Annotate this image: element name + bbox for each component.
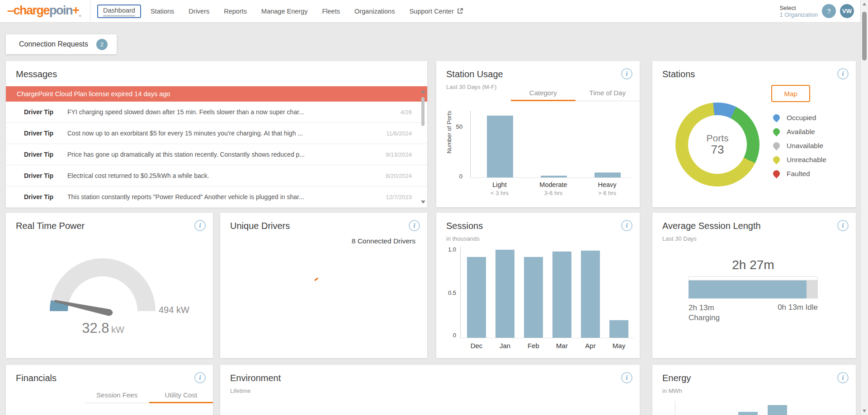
energy-subtitle: in MWh xyxy=(662,387,682,394)
station-usage-chart xyxy=(470,111,631,178)
nav-item-manage-energy[interactable]: Manage Energy xyxy=(254,8,315,15)
y-tick: 0 xyxy=(443,332,456,339)
status-pin-icon xyxy=(772,141,781,150)
info-icon[interactable] xyxy=(409,220,420,231)
tab-category[interactable]: Category xyxy=(511,89,576,101)
status-pin-icon xyxy=(772,169,781,178)
avatar[interactable]: VW xyxy=(840,4,854,18)
environment-card: Environment Lifetime xyxy=(220,365,640,415)
x-tick: Jan xyxy=(491,342,519,350)
stations-card: Stations Map Ports 73 OccupiedAvailableU… xyxy=(652,61,856,207)
info-icon[interactable] xyxy=(837,220,849,231)
energy-bar xyxy=(738,412,758,415)
nav-item-label: Stations xyxy=(151,8,174,15)
messages-scrollbar[interactable] xyxy=(420,88,425,205)
y-tick: 1.0 xyxy=(443,246,456,253)
x-tick: Mar xyxy=(548,342,576,350)
nav-item-reports[interactable]: Reports xyxy=(217,8,254,15)
scroll-down-icon[interactable] xyxy=(863,410,866,412)
message-row[interactable]: Driver TipFYI charging speed slowed down… xyxy=(6,102,427,123)
average-session-length-card: Average Session Length Last 30 Days 2h 2… xyxy=(652,213,856,358)
external-link-icon xyxy=(457,8,463,14)
x-tick: Apr xyxy=(577,342,604,350)
avg-session-bar xyxy=(689,280,818,298)
sessions-bar-feb xyxy=(524,257,543,338)
logo-dash: – xyxy=(7,4,14,17)
info-icon[interactable] xyxy=(621,220,632,231)
page-scrollbar-thumb[interactable] xyxy=(862,12,867,61)
chargepoint-logo[interactable]: –chargepoin+® xyxy=(0,0,90,22)
tab-connection-requests[interactable]: Connection Requests 2 xyxy=(6,34,117,54)
status-pin-icon xyxy=(772,127,781,136)
y-axis xyxy=(460,247,461,338)
scroll-down-icon[interactable] xyxy=(421,201,425,204)
gauge-value: 32.8 kW xyxy=(6,320,200,336)
message-text: Price has gone up dramatically at this s… xyxy=(67,151,374,158)
energy-title: Energy xyxy=(662,373,691,383)
nav-item-support-center[interactable]: Support Center xyxy=(402,8,470,15)
tab-time-of-day[interactable]: Time of Day xyxy=(576,89,640,101)
nav-right: Select 1 Organization ? VW xyxy=(779,4,860,18)
category-range: < 3 hrs xyxy=(472,190,527,196)
donut-center-value: 73 xyxy=(711,143,724,157)
help-button[interactable]: ? xyxy=(822,4,836,18)
financials-title: Financials xyxy=(16,373,57,383)
category-range: 3-6 hrs xyxy=(526,190,580,196)
map-button[interactable]: Map xyxy=(771,85,810,102)
logo-registered-mark: ® xyxy=(79,14,81,19)
category-name: Light xyxy=(472,181,527,188)
top-nav: –chargepoin+® DashboardStationsDriversRe… xyxy=(0,0,860,23)
nav-items: DashboardStationsDriversReportsManage En… xyxy=(95,5,470,18)
logo-charge: charge xyxy=(14,4,50,17)
category-name: Moderate xyxy=(526,181,580,188)
info-icon[interactable] xyxy=(837,372,849,383)
connected-drivers-count: 8 Connected Drivers xyxy=(352,237,415,245)
station-usage-subtitle: Last 30 Days (M-F) xyxy=(446,84,496,90)
category-range: > 6 hrs xyxy=(580,190,634,196)
message-row[interactable]: Driver TipCost now up to an exorbitant $… xyxy=(6,123,427,144)
message-tag: Driver Tip xyxy=(24,172,67,179)
info-icon[interactable] xyxy=(837,68,849,79)
stations-title: Stations xyxy=(662,69,695,79)
messages-scrollbar-thumb[interactable] xyxy=(421,97,425,126)
messages-list: Driver TipFYI charging speed slowed down… xyxy=(6,102,427,208)
nav-item-stations[interactable]: Stations xyxy=(143,8,181,15)
sessions-bar-apr xyxy=(581,251,600,338)
tab-session-fees[interactable]: Session Fees xyxy=(85,391,149,403)
page-scrollbar[interactable] xyxy=(860,0,868,415)
license-expired-alert[interactable]: ChargePoint Cloud Plan license expired 1… xyxy=(6,86,427,102)
usage-bar-light xyxy=(487,116,513,177)
message-row[interactable]: Driver TipThis station constantly report… xyxy=(6,187,427,208)
category-label: Heavy> 6 hrs xyxy=(580,181,634,196)
energy-bar xyxy=(768,405,787,415)
org-select-label: Select xyxy=(779,5,818,11)
scroll-up-icon[interactable] xyxy=(421,90,425,93)
organization-selector[interactable]: Select 1 Organization xyxy=(779,5,818,18)
dashboard-page: –chargepoin+® DashboardStationsDriversRe… xyxy=(0,0,868,415)
sessions-bar-dec xyxy=(467,257,486,338)
scroll-up-icon[interactable] xyxy=(863,3,866,5)
org-count-label: 1 Organization xyxy=(779,11,818,18)
message-row[interactable]: Driver TipElectrical cost returned to $0… xyxy=(6,165,427,187)
info-icon[interactable] xyxy=(194,372,206,383)
x-axis xyxy=(460,338,634,338)
category-label: Moderate3-6 hrs xyxy=(526,181,580,196)
y-tick: 0.5 xyxy=(443,289,456,296)
message-date: 12/7/2023 xyxy=(374,194,412,201)
tab-utility-cost[interactable]: Utility Cost xyxy=(149,391,213,403)
message-tag: Driver Tip xyxy=(24,108,67,116)
message-date: 11/6/2024 xyxy=(374,130,412,137)
logo-poin: poin xyxy=(49,4,72,17)
nav-item-drivers[interactable]: Drivers xyxy=(181,8,217,15)
info-icon[interactable] xyxy=(621,372,632,383)
info-icon[interactable] xyxy=(621,68,632,79)
gauge-max-label: 494 kW xyxy=(159,305,189,315)
nav-item-dashboard[interactable]: Dashboard xyxy=(97,5,141,18)
usage-bar-heavy xyxy=(594,173,621,177)
message-tag: Driver Tip xyxy=(24,193,67,201)
legend-item-unreachable: Unreachable xyxy=(773,153,826,167)
sessions-bar-may xyxy=(609,320,628,338)
nav-item-organizations[interactable]: Organizations xyxy=(347,8,402,15)
message-row[interactable]: Driver TipPrice has gone up dramatically… xyxy=(6,144,427,165)
nav-item-fleets[interactable]: Fleets xyxy=(315,8,347,15)
